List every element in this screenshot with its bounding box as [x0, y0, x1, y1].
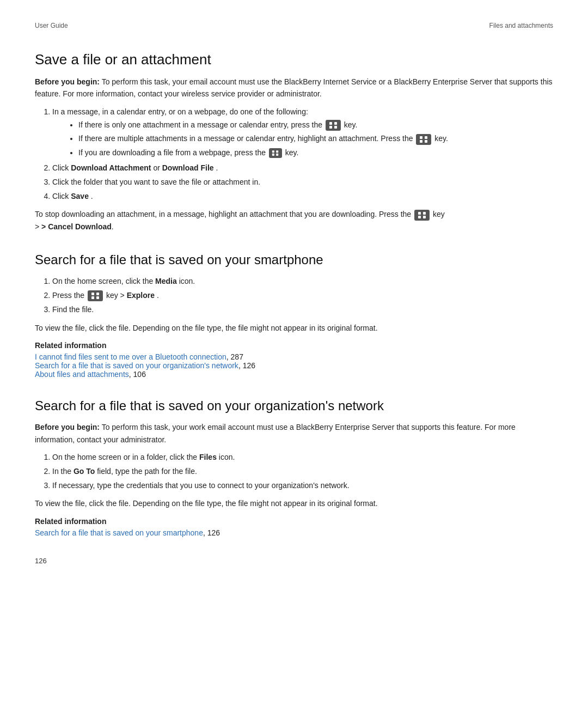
- svg-rect-9: [277, 151, 279, 153]
- section-save-file: Save a file or an attachment Before you …: [35, 51, 553, 233]
- link-item-s3-1: Search for a file that is saved on your …: [35, 528, 553, 537]
- section3-before-begin: Before you begin: To perform this task, …: [35, 421, 553, 446]
- svg-rect-10: [272, 154, 274, 156]
- step1-text: In a message, in a calendar entry, or on…: [52, 107, 308, 116]
- step2-bold1: Download Attachment: [71, 163, 151, 172]
- svg-rect-18: [91, 296, 94, 299]
- section1-step1: In a message, in a calendar entry, or on…: [52, 106, 553, 160]
- header-right: Files and attachments: [489, 22, 553, 29]
- link-bluetooth[interactable]: I cannot find files sent to me over a Bl…: [35, 352, 226, 361]
- section1-step3: Click the folder that you want to save t…: [52, 176, 553, 189]
- svg-rect-1: [334, 122, 337, 125]
- step2-bold2: Download File: [162, 163, 214, 172]
- section3-before-begin-text: To perform this task, your work email ac…: [35, 423, 516, 443]
- svg-rect-3: [334, 126, 337, 129]
- svg-rect-5: [425, 136, 427, 139]
- bullet3: If you are downloading a file from a web…: [78, 147, 553, 160]
- section1-before-begin: Before you begin: To perform this task, …: [35, 76, 553, 100]
- svg-rect-16: [91, 293, 94, 295]
- svg-rect-11: [277, 154, 279, 156]
- section2-step2: Press the key > Explore .: [52, 289, 553, 302]
- svg-rect-2: [329, 126, 332, 129]
- link-org-network[interactable]: Search for a file that is saved on your …: [35, 361, 238, 370]
- link-about-files[interactable]: About files and attachments: [35, 370, 129, 379]
- section2-note: To view the file, click the file. Depend…: [35, 322, 553, 334]
- section3-step1: On the home screen or in a folder, click…: [52, 451, 553, 464]
- section3-steps: On the home screen or in a folder, click…: [52, 451, 553, 492]
- section1-step4: Click Save .: [52, 190, 553, 203]
- note-bold: > Cancel Download: [41, 222, 112, 231]
- link-item-2: Search for a file that is saved on your …: [35, 361, 553, 370]
- svg-rect-14: [418, 216, 421, 218]
- bullet1: If there is only one attachment in a mes…: [78, 119, 553, 132]
- link-item-1: I cannot find files sent to me over a Bl…: [35, 352, 553, 361]
- svg-rect-19: [96, 296, 99, 299]
- section2-title: Search for a file that is saved on your …: [35, 252, 553, 267]
- section2-step1: On the home screen, click the Media icon…: [52, 275, 553, 288]
- step4-bold: Save: [71, 192, 89, 200]
- section3-step2: In the Go To field, type the path for th…: [52, 465, 553, 478]
- before-begin-text: To perform this task, your email account…: [35, 77, 553, 98]
- svg-rect-15: [423, 216, 426, 218]
- page-header: User Guide Files and attachments: [35, 22, 553, 29]
- svg-rect-12: [418, 212, 421, 215]
- section3-links: Search for a file that is saved on your …: [35, 528, 553, 537]
- svg-rect-6: [420, 140, 422, 143]
- before-begin-label: Before you begin:: [35, 77, 100, 86]
- svg-rect-7: [425, 140, 427, 143]
- section1-steps: In a message, in a calendar entry, or on…: [52, 106, 553, 203]
- svg-rect-4: [420, 136, 422, 139]
- bb-key-icon-2: [416, 134, 431, 145]
- bb-key-icon-3: [269, 148, 282, 158]
- bb-key-icon-1: [326, 120, 341, 131]
- section3-before-begin-label: Before you begin:: [35, 423, 100, 431]
- page-number: 126: [35, 557, 553, 565]
- section1-title: Save a file or an attachment: [35, 51, 553, 68]
- section-search-smartphone: Search for a file that is saved on your …: [35, 252, 553, 379]
- section2-related-label: Related information: [35, 339, 553, 351]
- bb-key-icon-s2: [88, 290, 103, 301]
- svg-rect-13: [423, 212, 426, 215]
- link-item-3: About files and attachments, 106: [35, 370, 553, 379]
- section1-note: To stop downloading an attachment, in a …: [35, 208, 553, 233]
- section3-note: To view the file, click the file. Depend…: [35, 497, 553, 509]
- step1-bullets: If there is only one attachment in a mes…: [78, 119, 553, 160]
- section-search-org-network: Search for a file that is saved on your …: [35, 398, 553, 537]
- section3-step3: If necessary, type the credentials that …: [52, 479, 553, 492]
- section2-step3: Find the file.: [52, 303, 553, 317]
- svg-rect-8: [272, 151, 274, 153]
- section2-links: I cannot find files sent to me over a Bl…: [35, 352, 553, 379]
- step2-text1: or: [153, 163, 162, 172]
- section2-steps: On the home screen, click the Media icon…: [52, 275, 553, 316]
- svg-rect-17: [96, 293, 99, 295]
- bullet2: If there are multiple attachments in a m…: [78, 132, 553, 145]
- svg-rect-0: [329, 122, 332, 125]
- header-left: User Guide: [35, 22, 68, 29]
- section3-related-label: Related information: [35, 515, 553, 527]
- bb-key-icon-note: [414, 210, 430, 221]
- section1-step2: Click Download Attachment or Download Fi…: [52, 162, 553, 175]
- section3-title: Search for a file that is saved on your …: [35, 398, 553, 413]
- link-smartphone[interactable]: Search for a file that is saved on your …: [35, 528, 203, 537]
